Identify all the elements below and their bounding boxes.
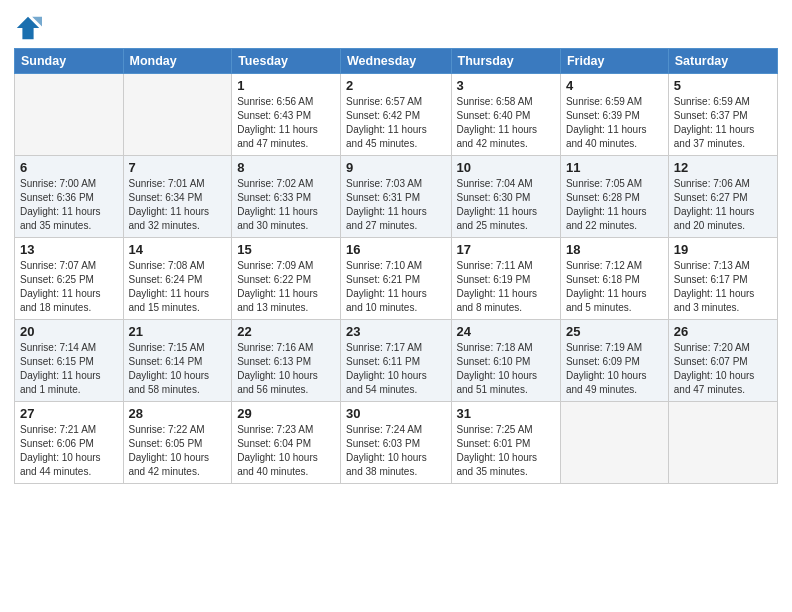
calendar-cell: 27Sunrise: 7:21 AMSunset: 6:06 PMDayligh… xyxy=(15,402,124,484)
day-number: 29 xyxy=(237,406,335,421)
day-number: 4 xyxy=(566,78,663,93)
day-number: 12 xyxy=(674,160,772,175)
calendar-cell: 18Sunrise: 7:12 AMSunset: 6:18 PMDayligh… xyxy=(560,238,668,320)
day-number: 7 xyxy=(129,160,227,175)
header-row: SundayMondayTuesdayWednesdayThursdayFrid… xyxy=(15,49,778,74)
column-header-thursday: Thursday xyxy=(451,49,560,74)
calendar-cell: 28Sunrise: 7:22 AMSunset: 6:05 PMDayligh… xyxy=(123,402,232,484)
day-number: 26 xyxy=(674,324,772,339)
column-header-friday: Friday xyxy=(560,49,668,74)
week-row-4: 20Sunrise: 7:14 AMSunset: 6:15 PMDayligh… xyxy=(15,320,778,402)
calendar-cell: 13Sunrise: 7:07 AMSunset: 6:25 PMDayligh… xyxy=(15,238,124,320)
calendar-cell: 8Sunrise: 7:02 AMSunset: 6:33 PMDaylight… xyxy=(232,156,341,238)
day-number: 20 xyxy=(20,324,118,339)
day-info: Sunrise: 6:58 AMSunset: 6:40 PMDaylight:… xyxy=(457,95,555,151)
calendar-cell: 15Sunrise: 7:09 AMSunset: 6:22 PMDayligh… xyxy=(232,238,341,320)
column-header-wednesday: Wednesday xyxy=(341,49,451,74)
day-info: Sunrise: 7:16 AMSunset: 6:13 PMDaylight:… xyxy=(237,341,335,397)
calendar: SundayMondayTuesdayWednesdayThursdayFrid… xyxy=(14,48,778,484)
calendar-cell: 20Sunrise: 7:14 AMSunset: 6:15 PMDayligh… xyxy=(15,320,124,402)
column-header-sunday: Sunday xyxy=(15,49,124,74)
day-number: 6 xyxy=(20,160,118,175)
day-number: 31 xyxy=(457,406,555,421)
day-number: 21 xyxy=(129,324,227,339)
day-number: 19 xyxy=(674,242,772,257)
day-info: Sunrise: 7:01 AMSunset: 6:34 PMDaylight:… xyxy=(129,177,227,233)
day-number: 10 xyxy=(457,160,555,175)
calendar-cell xyxy=(668,402,777,484)
calendar-cell: 30Sunrise: 7:24 AMSunset: 6:03 PMDayligh… xyxy=(341,402,451,484)
calendar-cell: 1Sunrise: 6:56 AMSunset: 6:43 PMDaylight… xyxy=(232,74,341,156)
calendar-cell: 7Sunrise: 7:01 AMSunset: 6:34 PMDaylight… xyxy=(123,156,232,238)
calendar-cell: 19Sunrise: 7:13 AMSunset: 6:17 PMDayligh… xyxy=(668,238,777,320)
day-info: Sunrise: 7:10 AMSunset: 6:21 PMDaylight:… xyxy=(346,259,445,315)
calendar-cell: 16Sunrise: 7:10 AMSunset: 6:21 PMDayligh… xyxy=(341,238,451,320)
week-row-5: 27Sunrise: 7:21 AMSunset: 6:06 PMDayligh… xyxy=(15,402,778,484)
day-info: Sunrise: 7:24 AMSunset: 6:03 PMDaylight:… xyxy=(346,423,445,479)
day-info: Sunrise: 7:14 AMSunset: 6:15 PMDaylight:… xyxy=(20,341,118,397)
day-info: Sunrise: 7:18 AMSunset: 6:10 PMDaylight:… xyxy=(457,341,555,397)
day-info: Sunrise: 7:25 AMSunset: 6:01 PMDaylight:… xyxy=(457,423,555,479)
calendar-cell: 22Sunrise: 7:16 AMSunset: 6:13 PMDayligh… xyxy=(232,320,341,402)
calendar-cell: 23Sunrise: 7:17 AMSunset: 6:11 PMDayligh… xyxy=(341,320,451,402)
day-number: 14 xyxy=(129,242,227,257)
logo xyxy=(14,14,44,42)
day-info: Sunrise: 7:11 AMSunset: 6:19 PMDaylight:… xyxy=(457,259,555,315)
day-info: Sunrise: 7:07 AMSunset: 6:25 PMDaylight:… xyxy=(20,259,118,315)
day-number: 24 xyxy=(457,324,555,339)
day-number: 16 xyxy=(346,242,445,257)
day-info: Sunrise: 7:00 AMSunset: 6:36 PMDaylight:… xyxy=(20,177,118,233)
day-info: Sunrise: 7:05 AMSunset: 6:28 PMDaylight:… xyxy=(566,177,663,233)
calendar-cell: 2Sunrise: 6:57 AMSunset: 6:42 PMDaylight… xyxy=(341,74,451,156)
week-row-3: 13Sunrise: 7:07 AMSunset: 6:25 PMDayligh… xyxy=(15,238,778,320)
day-number: 15 xyxy=(237,242,335,257)
day-number: 25 xyxy=(566,324,663,339)
day-info: Sunrise: 6:56 AMSunset: 6:43 PMDaylight:… xyxy=(237,95,335,151)
calendar-cell: 5Sunrise: 6:59 AMSunset: 6:37 PMDaylight… xyxy=(668,74,777,156)
calendar-cell: 9Sunrise: 7:03 AMSunset: 6:31 PMDaylight… xyxy=(341,156,451,238)
day-number: 27 xyxy=(20,406,118,421)
day-number: 9 xyxy=(346,160,445,175)
day-info: Sunrise: 7:19 AMSunset: 6:09 PMDaylight:… xyxy=(566,341,663,397)
calendar-cell: 25Sunrise: 7:19 AMSunset: 6:09 PMDayligh… xyxy=(560,320,668,402)
day-number: 17 xyxy=(457,242,555,257)
day-info: Sunrise: 7:09 AMSunset: 6:22 PMDaylight:… xyxy=(237,259,335,315)
calendar-cell: 11Sunrise: 7:05 AMSunset: 6:28 PMDayligh… xyxy=(560,156,668,238)
logo-icon xyxy=(14,14,42,42)
calendar-cell: 26Sunrise: 7:20 AMSunset: 6:07 PMDayligh… xyxy=(668,320,777,402)
calendar-cell: 12Sunrise: 7:06 AMSunset: 6:27 PMDayligh… xyxy=(668,156,777,238)
column-header-tuesday: Tuesday xyxy=(232,49,341,74)
calendar-cell xyxy=(560,402,668,484)
page: SundayMondayTuesdayWednesdayThursdayFrid… xyxy=(0,0,792,498)
calendar-cell: 17Sunrise: 7:11 AMSunset: 6:19 PMDayligh… xyxy=(451,238,560,320)
header xyxy=(14,10,778,42)
calendar-cell xyxy=(15,74,124,156)
day-info: Sunrise: 7:04 AMSunset: 6:30 PMDaylight:… xyxy=(457,177,555,233)
day-info: Sunrise: 7:21 AMSunset: 6:06 PMDaylight:… xyxy=(20,423,118,479)
calendar-cell: 14Sunrise: 7:08 AMSunset: 6:24 PMDayligh… xyxy=(123,238,232,320)
calendar-cell: 3Sunrise: 6:58 AMSunset: 6:40 PMDaylight… xyxy=(451,74,560,156)
day-number: 28 xyxy=(129,406,227,421)
day-info: Sunrise: 7:22 AMSunset: 6:05 PMDaylight:… xyxy=(129,423,227,479)
day-number: 2 xyxy=(346,78,445,93)
day-number: 8 xyxy=(237,160,335,175)
day-number: 23 xyxy=(346,324,445,339)
calendar-cell: 29Sunrise: 7:23 AMSunset: 6:04 PMDayligh… xyxy=(232,402,341,484)
day-info: Sunrise: 7:20 AMSunset: 6:07 PMDaylight:… xyxy=(674,341,772,397)
calendar-cell: 31Sunrise: 7:25 AMSunset: 6:01 PMDayligh… xyxy=(451,402,560,484)
calendar-cell: 6Sunrise: 7:00 AMSunset: 6:36 PMDaylight… xyxy=(15,156,124,238)
day-number: 30 xyxy=(346,406,445,421)
calendar-cell xyxy=(123,74,232,156)
day-info: Sunrise: 7:17 AMSunset: 6:11 PMDaylight:… xyxy=(346,341,445,397)
day-number: 18 xyxy=(566,242,663,257)
day-info: Sunrise: 6:57 AMSunset: 6:42 PMDaylight:… xyxy=(346,95,445,151)
day-number: 11 xyxy=(566,160,663,175)
week-row-1: 1Sunrise: 6:56 AMSunset: 6:43 PMDaylight… xyxy=(15,74,778,156)
day-info: Sunrise: 7:12 AMSunset: 6:18 PMDaylight:… xyxy=(566,259,663,315)
calendar-cell: 21Sunrise: 7:15 AMSunset: 6:14 PMDayligh… xyxy=(123,320,232,402)
day-number: 5 xyxy=(674,78,772,93)
day-number: 1 xyxy=(237,78,335,93)
day-info: Sunrise: 7:06 AMSunset: 6:27 PMDaylight:… xyxy=(674,177,772,233)
calendar-cell: 10Sunrise: 7:04 AMSunset: 6:30 PMDayligh… xyxy=(451,156,560,238)
day-info: Sunrise: 6:59 AMSunset: 6:37 PMDaylight:… xyxy=(674,95,772,151)
